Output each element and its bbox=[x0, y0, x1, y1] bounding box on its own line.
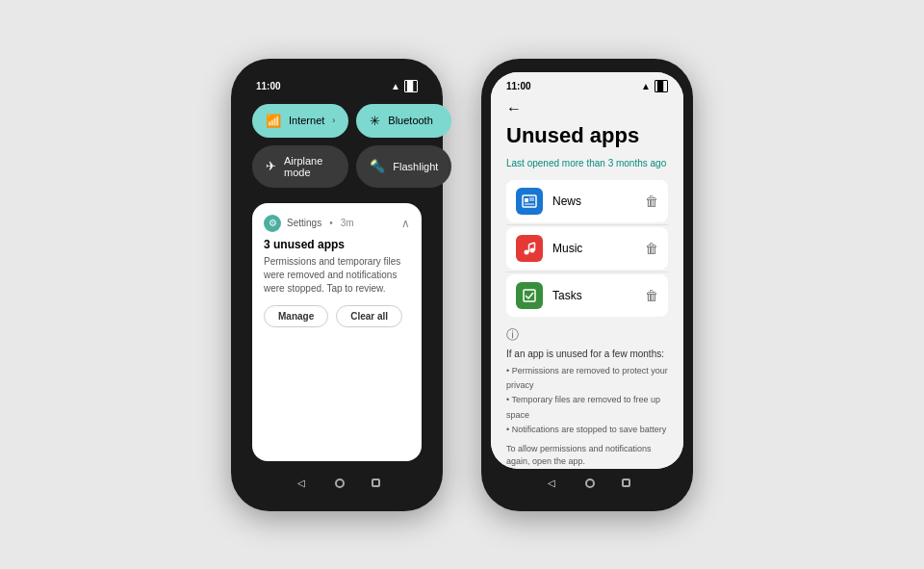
info-item-0: • Permissions are removed to protect you… bbox=[506, 364, 668, 394]
phones-container: 11:00 ▲ ▊ 📶 Internet › ✳ bbox=[231, 59, 693, 511]
quick-settings-screen: 11:00 ▲ ▊ 📶 Internet › ✳ bbox=[241, 72, 433, 469]
svg-rect-10 bbox=[524, 290, 535, 301]
app-icon-tasks bbox=[516, 282, 543, 309]
manage-button[interactable]: Manage bbox=[264, 305, 328, 327]
clear-all-button[interactable]: Clear all bbox=[336, 305, 402, 327]
nav-square-1[interactable] bbox=[372, 478, 380, 487]
info-footer: To allow permissions and notifications a… bbox=[506, 443, 668, 467]
flashlight-tile-icon: 🔦 bbox=[370, 159, 385, 173]
bluetooth-tile-icon: ✳ bbox=[370, 114, 380, 128]
app-name-music: Music bbox=[552, 242, 645, 255]
info-item-1: • Temporary files are removed to free up… bbox=[506, 393, 668, 423]
divider-1 bbox=[506, 224, 668, 225]
status-icons-1: ▲ ▊ bbox=[391, 80, 418, 92]
app-item-news[interactable]: News 🗑 bbox=[506, 180, 668, 222]
tile-flashlight[interactable]: 🔦 Flashlight bbox=[356, 145, 451, 188]
notif-time: • bbox=[329, 218, 333, 228]
tile-flashlight-label: Flashlight bbox=[393, 161, 438, 172]
delete-tasks-icon[interactable]: 🗑 bbox=[645, 288, 658, 303]
nav-home-1[interactable] bbox=[335, 478, 345, 488]
notif-header: ⚙ Settings • 3m ∧ bbox=[264, 215, 410, 232]
notif-title: 3 unused apps bbox=[264, 238, 410, 251]
unused-apps-screen: 11:00 ▲ ▊ ← Unused apps Last opened more… bbox=[491, 72, 683, 469]
status-icons-2: ▲ ▊ bbox=[641, 80, 668, 92]
tile-bluetooth-label: Bluetooth bbox=[388, 115, 432, 126]
tile-bluetooth[interactable]: ✳ Bluetooth bbox=[356, 104, 451, 138]
page-title: Unused apps bbox=[506, 123, 668, 148]
info-icon: ⓘ bbox=[506, 326, 668, 344]
tile-internet[interactable]: 📶 Internet › bbox=[252, 104, 348, 138]
notif-app-name: Settings bbox=[287, 218, 321, 228]
quick-settings-tiles: 📶 Internet › ✳ Bluetooth ✈ Airplane mode… bbox=[241, 96, 433, 195]
chevron-icon: › bbox=[332, 116, 335, 125]
notif-expand-icon[interactable]: ∧ bbox=[401, 217, 410, 230]
wifi-tile-icon: 📶 bbox=[266, 114, 281, 128]
notif-time-value: 3m bbox=[341, 218, 354, 228]
app-list: News 🗑 bbox=[506, 180, 668, 317]
nav-home-2[interactable] bbox=[585, 478, 595, 488]
subtitle: Last opened more than 3 months ago bbox=[506, 158, 668, 168]
airplane-tile-icon: ✈ bbox=[266, 159, 276, 173]
app-item-tasks[interactable]: Tasks 🗑 bbox=[506, 274, 668, 317]
tile-airplane[interactable]: ✈ Airplane mode bbox=[252, 145, 348, 188]
info-list: • Permissions are removed to protect you… bbox=[506, 364, 668, 437]
divider-2 bbox=[506, 272, 668, 272]
app-icon-news bbox=[516, 188, 543, 215]
tile-airplane-label: Airplane mode bbox=[284, 155, 335, 178]
phone-2: 11:00 ▲ ▊ ← Unused apps Last opened more… bbox=[481, 59, 693, 511]
app-name-news: News bbox=[552, 194, 645, 208]
notification-card[interactable]: ⚙ Settings • 3m ∧ 3 unused apps Permissi… bbox=[252, 203, 422, 461]
time-1: 11:00 bbox=[256, 81, 281, 91]
info-section: ⓘ If an app is unused for a few months: … bbox=[506, 326, 668, 468]
phone-1: 11:00 ▲ ▊ 📶 Internet › ✳ bbox=[231, 59, 443, 511]
nav-bar-2: ◁ bbox=[491, 469, 683, 498]
app-item-music[interactable]: Music 🗑 bbox=[506, 227, 668, 270]
status-bar-2: 11:00 ▲ ▊ bbox=[491, 72, 683, 96]
notif-settings-icon: ⚙ bbox=[264, 215, 281, 232]
svg-rect-1 bbox=[525, 198, 528, 202]
nav-back-2[interactable]: ◁ bbox=[545, 477, 558, 490]
ua-content: ← Unused apps Last opened more than 3 mo… bbox=[491, 96, 683, 469]
notif-actions: Manage Clear all bbox=[264, 305, 410, 327]
back-button[interactable]: ← bbox=[506, 96, 668, 123]
svg-line-9 bbox=[529, 243, 535, 245]
status-bar-1: 11:00 ▲ ▊ bbox=[241, 72, 433, 96]
delete-music-icon[interactable]: 🗑 bbox=[645, 241, 658, 256]
info-title: If an app is unused for a few months: bbox=[506, 349, 668, 359]
wifi-icon-2: ▲ bbox=[641, 81, 651, 91]
battery-icon: ▊ bbox=[404, 80, 418, 92]
nav-square-2[interactable] bbox=[622, 478, 630, 487]
app-icon-music bbox=[516, 235, 543, 262]
time-2: 11:00 bbox=[506, 81, 531, 91]
info-item-2: • Notifications are stopped to save batt… bbox=[506, 423, 668, 437]
app-name-tasks: Tasks bbox=[552, 289, 645, 302]
battery-icon-2: ▊ bbox=[654, 80, 668, 92]
notif-body: Permissions and temporary files were rem… bbox=[264, 255, 410, 296]
wifi-icon: ▲ bbox=[391, 81, 400, 91]
delete-news-icon[interactable]: 🗑 bbox=[645, 194, 658, 209]
nav-back-1[interactable]: ◁ bbox=[295, 477, 308, 490]
nav-bar-1: ◁ bbox=[241, 469, 433, 498]
tile-internet-label: Internet bbox=[289, 115, 324, 126]
